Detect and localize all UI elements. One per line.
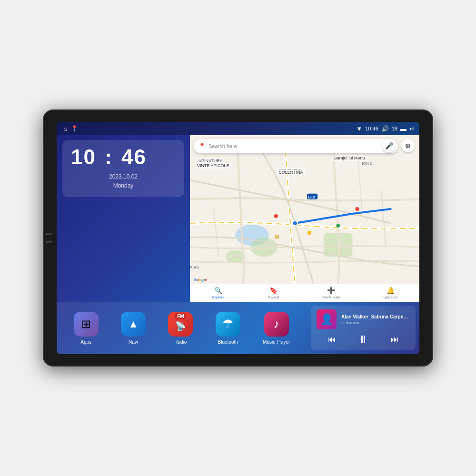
apps-label: Apps xyxy=(80,339,91,345)
screen: ⌂ 📍 ▼ 10:46 🔊 18 ▬ ↩ 10 : 46 xyxy=(57,122,419,354)
saved-icon: 🔖 xyxy=(269,287,278,294)
wifi-icon: ▼ xyxy=(356,125,362,132)
clock-minutes: 46 xyxy=(121,145,147,169)
updates-icon: 🔔 xyxy=(387,287,395,294)
app-icon-apps[interactable]: ⊞ Apps xyxy=(74,312,99,345)
bluetooth-icon-circle: ☂ xyxy=(216,312,240,337)
next-button[interactable]: ⏭ xyxy=(388,333,401,347)
radio-wave: 📡 xyxy=(175,321,186,331)
map-roka-label: Roka xyxy=(190,265,199,269)
status-bar: ⌂ 📍 ▼ 10:46 🔊 18 ▬ ↩ xyxy=(57,122,419,135)
svg-point-8 xyxy=(355,207,359,211)
maps-tab-updates[interactable]: 🔔 Updates xyxy=(383,287,397,299)
music-icon: ♪ xyxy=(273,317,279,331)
map-layers-icon[interactable]: ⊕ xyxy=(401,139,415,152)
map-label-colentina2: COLENTINA xyxy=(277,169,305,175)
radio-label: Radio xyxy=(174,339,187,345)
map-area[interactable]: M Lidl APINATURA Garajul lui Mortu VINTE… xyxy=(190,135,419,302)
car-head-unit: MIC RST ⌂ 📍 ▼ 10:46 🔊 18 ▬ ↩ 10 xyxy=(43,109,433,367)
navi-icon-circle: ▲ xyxy=(121,312,146,337)
maps-tab-saved[interactable]: 🔖 Saved xyxy=(268,287,279,299)
app-icon-radio[interactable]: FM 📡 Radio xyxy=(168,312,193,345)
map-label-vinte: VINTE APICOLE xyxy=(196,163,231,169)
main-content: 10 : 46 2023.10.02 Monday xyxy=(57,135,419,302)
album-art-image: 👤 xyxy=(317,309,337,329)
maps-tab-contribute[interactable]: ➕ Contribute xyxy=(322,287,340,299)
map-label-garajul: Garajul lui Mortu xyxy=(332,155,367,161)
clock-time: 10 : 46 xyxy=(71,147,176,168)
maps-tab-saved-label: Saved xyxy=(268,295,279,299)
bluetooth-icon: ☂ xyxy=(222,317,233,331)
play-pause-button[interactable]: ⏸ xyxy=(356,331,370,347)
svg-point-4 xyxy=(293,221,298,226)
svg-text:M: M xyxy=(275,235,279,240)
music-player-label: Music Player xyxy=(263,339,290,345)
navi-icon: ▲ xyxy=(128,318,139,330)
rst-label: RST xyxy=(46,241,52,244)
maps-tab-contribute-label: Contribute xyxy=(322,295,340,299)
clock-widget: 10 : 46 2023.10.02 Monday xyxy=(62,140,184,197)
clock-sep: : xyxy=(105,147,113,168)
map-roads-svg: M Lidl xyxy=(190,135,419,302)
side-labels: MIC RST xyxy=(46,232,52,244)
music-top: 👤 Alan Walker_Sabrina Carpenter_F... Unk… xyxy=(317,309,410,329)
prev-button[interactable]: ⏮ xyxy=(326,333,338,347)
google-logo: Google xyxy=(194,278,207,282)
apps-icon-circle: ⊞ xyxy=(74,312,99,337)
app-icon-bluetooth[interactable]: ☂ Bluetooth xyxy=(216,312,240,345)
svg-point-6 xyxy=(307,231,311,235)
maps-tab-explore[interactable]: 🔍 Explore xyxy=(212,287,225,299)
app-icon-navi[interactable]: ▲ Navi xyxy=(121,312,146,345)
explore-icon: 🔍 xyxy=(214,287,222,294)
radio-icon-circle: FM 📡 xyxy=(168,312,193,337)
app-icons-section: ⊞ Apps ▲ Navi FM 📡 Radio xyxy=(57,302,307,354)
app-icon-music-player[interactable]: ♪ Music Player xyxy=(263,312,290,345)
home-icon[interactable]: ⌂ xyxy=(63,125,67,132)
bluetooth-label: Bluetooth xyxy=(218,339,238,345)
right-panel: M Lidl APINATURA Garajul lui Mortu VINTE… xyxy=(190,135,419,302)
maps-tab-explore-label: Explore xyxy=(212,295,225,299)
radio-icon: FM xyxy=(175,313,186,319)
music-player-section: 👤 Alan Walker_Sabrina Carpenter_F... Unk… xyxy=(311,306,416,350)
volume-icon: 🔊 xyxy=(381,125,389,132)
left-panel: 10 : 46 2023.10.02 Monday xyxy=(57,135,190,302)
status-time: 10:46 xyxy=(365,126,378,131)
clock-date: 2023.10.02 Monday xyxy=(71,172,176,190)
svg-text:Lidl: Lidl xyxy=(308,195,315,199)
map-pin-icon: 📍 xyxy=(198,143,206,149)
navi-label: Navi xyxy=(129,339,138,345)
battery-num: 18 xyxy=(392,126,397,131)
apps-icon: ⊞ xyxy=(81,317,91,331)
svg-point-7 xyxy=(336,224,340,228)
mic-label: MIC xyxy=(46,232,52,235)
map-ion-label: ION C. xyxy=(362,161,374,166)
clock-hours: 10 xyxy=(71,145,96,169)
map-search-text: Search here xyxy=(208,143,237,149)
music-controls: ⏮ ⏸ ⏭ xyxy=(317,331,410,347)
svg-point-5 xyxy=(274,214,278,218)
music-info: Alan Walker_Sabrina Carpenter_F... Unkno… xyxy=(341,314,410,325)
status-left-icons: ⌂ 📍 xyxy=(61,125,78,132)
contribute-icon: ➕ xyxy=(327,287,335,294)
music-icon-circle: ♪ xyxy=(264,312,289,337)
nav-icon[interactable]: 📍 xyxy=(71,125,78,132)
back-icon[interactable]: ↩ xyxy=(409,125,415,132)
maps-bottom-bar: 🔍 Explore 🔖 Saved ➕ Contribute 🔔 xyxy=(190,284,419,302)
map-background: M Lidl APINATURA Garajul lui Mortu VINTE… xyxy=(190,135,419,302)
battery-icon: ▬ xyxy=(400,125,407,132)
maps-tab-updates-label: Updates xyxy=(383,295,397,299)
map-search-bar[interactable]: 📍 Search here xyxy=(194,139,398,153)
music-artist: Unknown xyxy=(341,320,410,325)
map-voice-icon[interactable]: 🎤 xyxy=(382,139,396,152)
bottom-row: ⊞ Apps ▲ Navi FM 📡 Radio xyxy=(57,302,419,354)
music-title: Alan Walker_Sabrina Carpenter_F... xyxy=(341,314,410,319)
album-art: 👤 xyxy=(317,309,337,329)
